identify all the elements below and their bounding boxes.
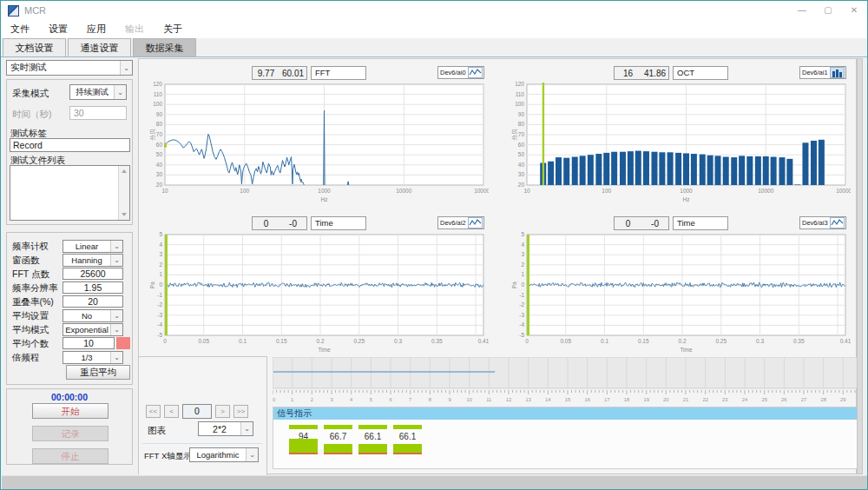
setting-combo-5[interactable]: No⌄ [62, 309, 123, 322]
restart-average-button[interactable]: 重启平均 [66, 365, 130, 380]
tab-bar: 文档设置通道设置数据采集 [1, 38, 867, 57]
setting-label-5: 平均设置 [12, 310, 49, 322]
svg-text:0.35: 0.35 [431, 338, 443, 344]
chart-cell-oct: 1641.86OCTDev6/ai12030405060708090100110… [510, 64, 851, 203]
svg-text:2: 2 [159, 262, 162, 268]
setting-combo-6[interactable]: Exponential⌄ [62, 323, 123, 336]
fft-channel-box[interactable]: Dev6/ai0 [437, 66, 484, 79]
setting-combo-1[interactable]: Hanning⌄ [62, 254, 123, 267]
svg-text:Time: Time [318, 347, 331, 353]
list-scrollbar[interactable] [118, 166, 129, 220]
svg-text:0.2: 0.2 [317, 338, 325, 344]
time2-channel-box[interactable]: Dev6/ai3 [799, 216, 846, 229]
time2-plot[interactable]: -5-4-3-2-101234500.050.10.150.20.250.30.… [510, 232, 851, 354]
svg-text:0.15: 0.15 [276, 338, 287, 344]
svg-text:3: 3 [521, 251, 524, 257]
svg-text:100: 100 [153, 101, 162, 107]
svg-text:4: 4 [159, 242, 162, 248]
menu-item-4[interactable]: 关于 [154, 23, 192, 36]
svg-text:60: 60 [518, 142, 525, 148]
menu-item-1[interactable]: 设置 [39, 23, 77, 36]
pager-first-button[interactable]: << [146, 405, 161, 418]
menu-bar: 文件设置应用输出关于 [1, 20, 867, 39]
test-tag-input[interactable]: Record [10, 138, 130, 152]
chart-cell-time2: 0-0TimeDev6/ai3-5-4-3-2-101234500.050.10… [510, 215, 851, 354]
svg-text:10: 10 [523, 188, 530, 194]
time2-type-box: Time [673, 216, 728, 230]
tab-1[interactable]: 通道设置 [68, 38, 131, 56]
chevron-down-icon: ⌄ [110, 324, 122, 335]
close-icon[interactable]: ✕ [841, 1, 867, 20]
svg-text:11: 11 [486, 397, 491, 402]
fft-plot[interactable]: 2030405060708090100110120101001000100001… [148, 82, 489, 203]
svg-text:21: 21 [683, 397, 688, 402]
scroll-up-icon[interactable] [122, 169, 127, 173]
acq-mode-select[interactable]: 持续测试 ⌄ [69, 84, 127, 100]
svg-text:6: 6 [389, 397, 391, 402]
analysis-groupbox: 频率计权Linear⌄窗函数Hanning⌄FFT 点数25600频率分辨率1.… [6, 232, 133, 385]
setting-label-0: 频率计权 [12, 241, 49, 253]
stop-button: 停止 [32, 448, 108, 464]
chevron-down-icon: ⌄ [110, 241, 122, 252]
oct-channel-box[interactable]: Dev6/ai1 [799, 66, 846, 79]
oct-plot[interactable]: 2030405060708090100110120101001000100001… [510, 82, 851, 203]
svg-text:2: 2 [521, 262, 524, 268]
chart-layout-select[interactable]: 2*2 ⌄ [198, 421, 253, 436]
pager-last-button[interactable]: >> [233, 405, 248, 418]
svg-text:分贝: 分贝 [511, 129, 517, 141]
svg-text:-4: -4 [519, 321, 524, 328]
start-button[interactable]: 开始 [32, 403, 108, 419]
svg-text:10: 10 [161, 188, 168, 194]
setting-input-2[interactable]: 25600 [62, 268, 123, 280]
chevron-down-icon: ⌄ [114, 85, 126, 99]
time1-cursor-readout: 0-0 [252, 216, 307, 230]
svg-text:100: 100 [602, 188, 611, 194]
svg-text:0.15: 0.15 [638, 338, 649, 344]
test-file-list[interactable] [10, 165, 130, 221]
scroll-down-icon[interactable] [122, 213, 127, 216]
signal-indicator-panel: 信号指示 9466.766.166.1 [273, 407, 858, 469]
chart-layout-label: 图表 [148, 425, 166, 437]
svg-text:29: 29 [840, 397, 845, 402]
chevron-down-icon: ⌄ [246, 448, 258, 461]
line-chart-icon [468, 67, 483, 78]
tab-0[interactable]: 文档设置 [3, 38, 66, 56]
vertical-scrollbar[interactable] [857, 58, 863, 474]
svg-text:3: 3 [330, 397, 332, 402]
setting-combo-0[interactable]: Linear⌄ [62, 240, 123, 253]
chevron-down-icon: ⌄ [110, 255, 122, 266]
svg-text:120: 120 [515, 82, 524, 87]
pager-prev-button[interactable]: < [164, 405, 179, 418]
setting-input-7[interactable]: 10 [62, 337, 115, 349]
minimize-icon[interactable]: — [789, 1, 815, 20]
svg-text:100: 100 [240, 188, 249, 194]
chevron-down-icon: ⌄ [110, 352, 122, 363]
svg-text:0.3: 0.3 [394, 338, 402, 344]
menu-item-2[interactable]: 应用 [77, 23, 115, 36]
time1-type-box: Time [311, 216, 366, 230]
chart-cell-fft: 9.7760.01FFTDev6/ai020304050607080901001… [148, 64, 489, 203]
signal-indicator-title: 信号指示 [273, 407, 857, 420]
svg-text:18: 18 [624, 397, 629, 402]
signal-level-meter-0 [289, 439, 318, 454]
menu-item-0[interactable]: 文件 [1, 23, 39, 36]
oct-type-box: OCT [673, 66, 728, 80]
svg-text:0: 0 [273, 397, 275, 402]
time1-plot[interactable]: -5-4-3-2-101234500.050.10.150.20.250.30.… [148, 232, 489, 354]
pager-next-button[interactable]: > [215, 405, 230, 418]
tab-2[interactable]: 数据采集 [133, 38, 196, 56]
fft-axis-mode-select[interactable]: Logarithmic ⌄ [189, 447, 259, 462]
time1-channel-box[interactable]: Dev6/ai2 [437, 216, 484, 229]
svg-text:10: 10 [466, 397, 471, 402]
test-mode-select[interactable]: 实时测试 ⌄ [6, 60, 133, 76]
signal-value-2: 66.1 [358, 432, 387, 441]
setting-combo-8[interactable]: 1/3⌄ [62, 351, 123, 364]
svg-text:40: 40 [156, 162, 163, 168]
setting-input-3[interactable]: 1.95 [62, 281, 123, 294]
maximize-icon[interactable]: ▢ [815, 1, 841, 20]
svg-text:26: 26 [781, 397, 786, 402]
svg-text:30: 30 [156, 171, 163, 177]
setting-input-4[interactable]: 20 [62, 295, 123, 308]
svg-text:0.1: 0.1 [239, 338, 247, 344]
pager-page-input[interactable]: 0 [182, 404, 212, 419]
